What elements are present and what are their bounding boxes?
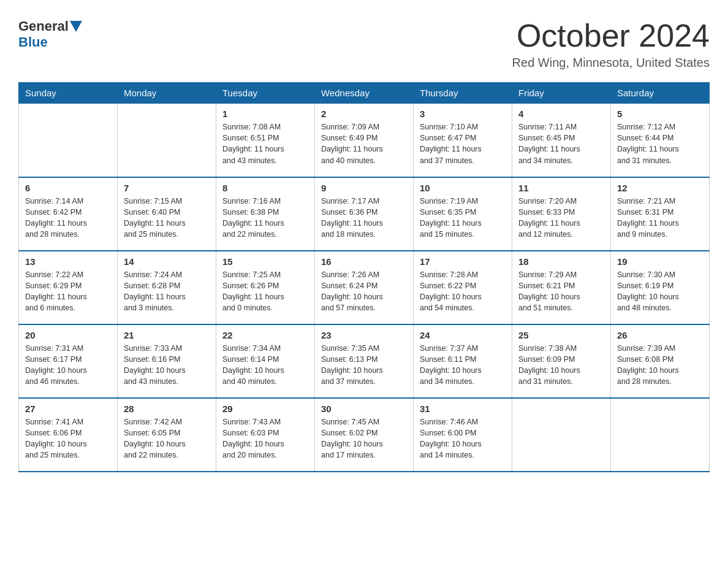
day-info: Sunrise: 7:09 AMSunset: 6:49 PMDaylight:… — [321, 121, 407, 166]
calendar-cell: 26Sunrise: 7:39 AMSunset: 6:08 PMDayligh… — [611, 324, 710, 398]
calendar-cell: 7Sunrise: 7:15 AMSunset: 6:40 PMDaylight… — [118, 177, 216, 251]
logo-general-text: General — [18, 18, 69, 34]
week-row-5: 27Sunrise: 7:41 AMSunset: 6:06 PMDayligh… — [19, 398, 710, 472]
day-info: Sunrise: 7:17 AMSunset: 6:36 PMDaylight:… — [321, 196, 407, 240]
day-number: 9 — [321, 183, 407, 193]
day-number: 27 — [25, 404, 111, 414]
calendar-cell — [19, 104, 118, 177]
day-info: Sunrise: 7:21 AMSunset: 6:31 PMDaylight:… — [617, 196, 703, 240]
day-number: 29 — [222, 404, 308, 414]
calendar-cell — [611, 398, 710, 472]
day-number: 10 — [420, 183, 506, 193]
logo: General Blue — [18, 18, 83, 50]
day-number: 20 — [25, 330, 111, 340]
logo-triangle-icon — [70, 21, 82, 32]
month-title: October 2024 — [512, 18, 710, 53]
calendar-cell: 16Sunrise: 7:26 AMSunset: 6:24 PMDayligh… — [315, 251, 414, 324]
calendar-cell: 8Sunrise: 7:16 AMSunset: 6:38 PMDaylight… — [216, 177, 315, 251]
header-cell-monday: Monday — [118, 83, 216, 104]
day-info: Sunrise: 7:35 AMSunset: 6:13 PMDaylight:… — [321, 343, 407, 388]
day-info: Sunrise: 7:46 AMSunset: 6:00 PMDaylight:… — [420, 416, 506, 461]
day-info: Sunrise: 7:19 AMSunset: 6:35 PMDaylight:… — [420, 196, 506, 240]
day-info: Sunrise: 7:45 AMSunset: 6:02 PMDaylight:… — [321, 416, 407, 461]
calendar-cell: 4Sunrise: 7:11 AMSunset: 6:45 PMDaylight… — [512, 104, 611, 177]
day-number: 14 — [124, 256, 210, 267]
header-cell-friday: Friday — [512, 83, 611, 104]
day-info: Sunrise: 7:38 AMSunset: 6:09 PMDaylight:… — [518, 343, 604, 388]
header-cell-sunday: Sunday — [19, 83, 118, 104]
day-info: Sunrise: 7:42 AMSunset: 6:05 PMDaylight:… — [124, 416, 210, 461]
calendar-cell: 28Sunrise: 7:42 AMSunset: 6:05 PMDayligh… — [118, 398, 216, 472]
day-info: Sunrise: 7:31 AMSunset: 6:17 PMDaylight:… — [25, 343, 111, 388]
calendar-cell: 25Sunrise: 7:38 AMSunset: 6:09 PMDayligh… — [512, 324, 611, 398]
logo-blue-text: Blue — [18, 34, 48, 50]
calendar-cell: 19Sunrise: 7:30 AMSunset: 6:19 PMDayligh… — [611, 251, 710, 324]
week-row-3: 13Sunrise: 7:22 AMSunset: 6:29 PMDayligh… — [19, 251, 710, 324]
day-number: 17 — [420, 256, 506, 267]
day-info: Sunrise: 7:15 AMSunset: 6:40 PMDaylight:… — [124, 196, 210, 240]
calendar-cell — [512, 398, 611, 472]
day-number: 25 — [518, 330, 604, 340]
calendar-cell: 20Sunrise: 7:31 AMSunset: 6:17 PMDayligh… — [19, 324, 118, 398]
calendar-cell: 29Sunrise: 7:43 AMSunset: 6:03 PMDayligh… — [216, 398, 315, 472]
day-number: 26 — [617, 330, 703, 340]
calendar-cell: 11Sunrise: 7:20 AMSunset: 6:33 PMDayligh… — [512, 177, 611, 251]
day-info: Sunrise: 7:12 AMSunset: 6:44 PMDaylight:… — [617, 121, 703, 166]
day-number: 5 — [617, 109, 703, 119]
day-number: 12 — [617, 183, 703, 193]
day-info: Sunrise: 7:24 AMSunset: 6:28 PMDaylight:… — [124, 269, 210, 314]
day-info: Sunrise: 7:26 AMSunset: 6:24 PMDaylight:… — [321, 269, 407, 314]
day-number: 18 — [518, 256, 604, 267]
day-info: Sunrise: 7:14 AMSunset: 6:42 PMDaylight:… — [25, 196, 111, 240]
header-cell-tuesday: Tuesday — [216, 83, 315, 104]
calendar-cell: 30Sunrise: 7:45 AMSunset: 6:02 PMDayligh… — [315, 398, 414, 472]
day-info: Sunrise: 7:08 AMSunset: 6:51 PMDaylight:… — [222, 121, 308, 166]
calendar-cell: 15Sunrise: 7:25 AMSunset: 6:26 PMDayligh… — [216, 251, 315, 324]
calendar-cell: 3Sunrise: 7:10 AMSunset: 6:47 PMDaylight… — [414, 104, 512, 177]
calendar-cell: 5Sunrise: 7:12 AMSunset: 6:44 PMDaylight… — [611, 104, 710, 177]
day-info: Sunrise: 7:41 AMSunset: 6:06 PMDaylight:… — [25, 416, 111, 461]
day-info: Sunrise: 7:37 AMSunset: 6:11 PMDaylight:… — [420, 343, 506, 388]
day-info: Sunrise: 7:30 AMSunset: 6:19 PMDaylight:… — [617, 269, 703, 314]
title-section: October 2024 Red Wing, Minnesota, United… — [512, 18, 710, 70]
calendar-cell: 23Sunrise: 7:35 AMSunset: 6:13 PMDayligh… — [315, 324, 414, 398]
week-row-1: 1Sunrise: 7:08 AMSunset: 6:51 PMDaylight… — [19, 104, 710, 177]
calendar-cell: 10Sunrise: 7:19 AMSunset: 6:35 PMDayligh… — [414, 177, 512, 251]
calendar-cell: 18Sunrise: 7:29 AMSunset: 6:21 PMDayligh… — [512, 251, 611, 324]
day-number: 23 — [321, 330, 407, 340]
page-header: General Blue October 2024 Red Wing, Minn… — [18, 18, 710, 70]
calendar-cell: 6Sunrise: 7:14 AMSunset: 6:42 PMDaylight… — [19, 177, 118, 251]
day-number: 24 — [420, 330, 506, 340]
day-info: Sunrise: 7:22 AMSunset: 6:29 PMDaylight:… — [25, 269, 111, 314]
calendar-cell: 14Sunrise: 7:24 AMSunset: 6:28 PMDayligh… — [118, 251, 216, 324]
calendar-body: 1Sunrise: 7:08 AMSunset: 6:51 PMDaylight… — [19, 104, 710, 472]
day-info: Sunrise: 7:39 AMSunset: 6:08 PMDaylight:… — [617, 343, 703, 388]
day-number: 13 — [25, 256, 111, 267]
day-number: 6 — [25, 183, 111, 193]
day-info: Sunrise: 7:10 AMSunset: 6:47 PMDaylight:… — [420, 121, 506, 166]
day-number: 31 — [420, 404, 506, 414]
header-cell-wednesday: Wednesday — [315, 83, 414, 104]
day-number: 22 — [222, 330, 308, 340]
calendar-cell: 12Sunrise: 7:21 AMSunset: 6:31 PMDayligh… — [611, 177, 710, 251]
calendar-cell: 24Sunrise: 7:37 AMSunset: 6:11 PMDayligh… — [414, 324, 512, 398]
calendar-cell: 31Sunrise: 7:46 AMSunset: 6:00 PMDayligh… — [414, 398, 512, 472]
day-number: 28 — [124, 404, 210, 414]
day-number: 2 — [321, 109, 407, 119]
day-info: Sunrise: 7:34 AMSunset: 6:14 PMDaylight:… — [222, 343, 308, 388]
day-number: 11 — [518, 183, 604, 193]
day-number: 16 — [321, 256, 407, 267]
calendar-header: SundayMondayTuesdayWednesdayThursdayFrid… — [19, 83, 710, 104]
calendar-cell: 27Sunrise: 7:41 AMSunset: 6:06 PMDayligh… — [19, 398, 118, 472]
day-number: 3 — [420, 109, 506, 119]
calendar-table: SundayMondayTuesdayWednesdayThursdayFrid… — [18, 82, 710, 472]
day-info: Sunrise: 7:20 AMSunset: 6:33 PMDaylight:… — [518, 196, 604, 240]
calendar-cell: 21Sunrise: 7:33 AMSunset: 6:16 PMDayligh… — [118, 324, 216, 398]
day-info: Sunrise: 7:28 AMSunset: 6:22 PMDaylight:… — [420, 269, 506, 314]
day-number: 21 — [124, 330, 210, 340]
week-row-4: 20Sunrise: 7:31 AMSunset: 6:17 PMDayligh… — [19, 324, 710, 398]
header-row: SundayMondayTuesdayWednesdayThursdayFrid… — [19, 83, 710, 104]
day-number: 1 — [222, 109, 308, 119]
day-info: Sunrise: 7:33 AMSunset: 6:16 PMDaylight:… — [124, 343, 210, 388]
day-number: 19 — [617, 256, 703, 267]
